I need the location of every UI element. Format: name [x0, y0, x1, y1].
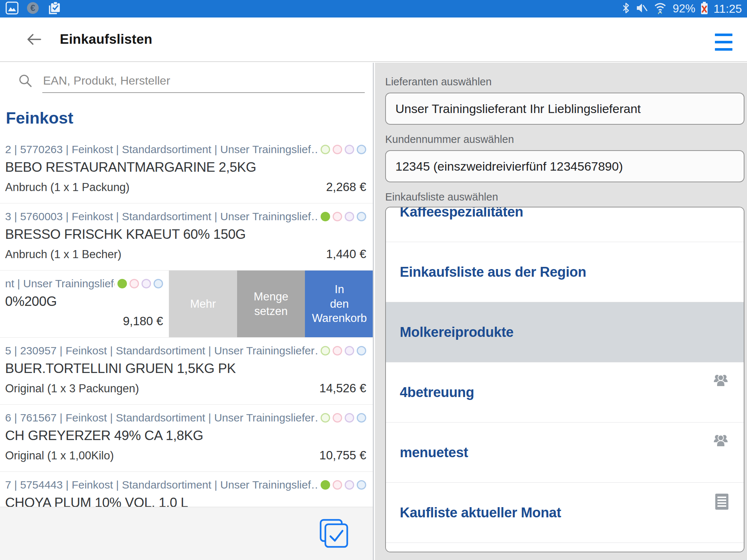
product-meta: 7 | 5754443 | Feinkost | Standardsortime…: [5, 479, 318, 491]
document-icon: [713, 552, 728, 552]
euro-badge-icon: €: [26, 1, 39, 16]
shopping-list-label: Einkaufsliste auswählen: [385, 191, 747, 203]
battery-x-icon: [700, 1, 708, 16]
customer-number-value: 12345 (einszweidreivierfünf 1234567890): [395, 159, 623, 174]
status-system-icons: 92% 11:25: [622, 1, 742, 16]
purple-status-dot: [345, 480, 354, 490]
clipboard-check-icon: [47, 0, 62, 17]
availability-dots: [321, 145, 366, 154]
availability-dots: [321, 480, 366, 490]
product-name: BUER.TORTELLINI GRUEN 1,5KG PK: [5, 361, 366, 376]
document-icon: [715, 493, 729, 512]
product-name: BRESSO FRISCHK KRAEUT 60% 150G: [5, 227, 366, 242]
product-row[interactable]: 2 | 5770263 | Feinkost | Standardsortime…: [0, 136, 373, 203]
bottom-action-bar: [0, 507, 373, 560]
shopping-list-picker: KaffeespezialitätenEinkaufsliste aus der…: [385, 207, 744, 552]
battery-percent: 92%: [673, 2, 695, 15]
product-name: 0%200G: [5, 294, 163, 309]
blue-status-dot: [357, 413, 366, 423]
blue-status-dot: [357, 212, 366, 221]
app-bar: Einkaufslisten: [0, 18, 747, 62]
purple-status-dot: [345, 212, 354, 221]
search-icon: [18, 74, 33, 88]
shopping-list-name: Einkaufsliste aus der Region: [400, 264, 586, 280]
swipe-action-mehr[interactable]: Mehr: [169, 271, 237, 337]
page-title: Einkaufslisten: [60, 32, 152, 47]
search-bar: [0, 63, 373, 99]
blue-status-dot: [357, 480, 366, 490]
supplier-label: Lieferanten auswählen: [385, 76, 747, 88]
multi-select-check-icon: [320, 519, 349, 548]
product-row[interactable]: 6 | 761567 | Feinkost | Standardsortimen…: [0, 405, 373, 472]
hamburger-bar: [715, 48, 732, 51]
pink-status-dot: [333, 480, 342, 490]
product-unit: Original (1 x 3 Packungen): [5, 382, 315, 395]
status-notification-icons: €: [5, 0, 62, 17]
product-row-main: nt | Unser Trainingsliefer…0%200G9,180 €: [0, 271, 169, 337]
product-row-main: 2 | 5770263 | Feinkost | Standardsortime…: [0, 136, 373, 203]
pink-status-dot: [333, 145, 342, 154]
volume-muted-icon: [635, 2, 648, 16]
shopping-list-item-einkaufsliste-aus-der-region[interactable]: Einkaufsliste aus der Region: [386, 242, 744, 302]
purple-status-dot: [345, 145, 354, 154]
supplier-select[interactable]: Unser Trainingslieferant Ihr Lieblingsli…: [385, 93, 744, 125]
shopping-list-item-menuetest[interactable]: menuetest: [386, 423, 744, 483]
blue-status-dot: [357, 346, 366, 355]
availability-dots: [321, 346, 366, 355]
pink-status-dot: [333, 212, 342, 221]
shopping-list-name: Molkereiprodukte: [400, 324, 514, 340]
hamburger-bar: [715, 41, 732, 43]
green-status-dot: [321, 212, 330, 221]
green-status-dot: [117, 279, 127, 288]
search-input[interactable]: [42, 69, 365, 93]
pink-status-dot: [333, 346, 342, 355]
blue-status-dot: [154, 279, 163, 288]
shopping-list-item-kaffeespezialitäten[interactable]: Kaffeespezialitäten: [386, 207, 744, 242]
shopping-list-name: menuetest: [400, 445, 468, 460]
bluetooth-icon: [622, 2, 630, 16]
product-unit: Anbruch (1 x 1 Becher): [5, 248, 322, 261]
shopping-list-item-molkereiprodukte[interactable]: Molkereiprodukte: [386, 302, 744, 362]
purple-status-dot: [142, 279, 151, 288]
product-row-main: 6 | 761567 | Feinkost | Standardsortimen…: [0, 405, 373, 471]
shopping-list-item-partial[interactable]: [386, 543, 744, 552]
hamburger-bar: [715, 34, 732, 36]
product-price: 1,440 €: [326, 247, 366, 261]
swipe-action-in-den-warenkorb[interactable]: IndenWarenkorb: [305, 271, 374, 337]
product-name: BEBO RESTAURANTMARGARINE 2,5KG: [5, 160, 366, 175]
availability-dots: [321, 212, 366, 221]
product-meta: nt | Unser Trainingsliefer…: [5, 277, 115, 290]
product-unit: Anbruch (1 x 1 Packung): [5, 181, 322, 194]
product-name: CH GREYERZER 49% CA 1,8KG: [5, 428, 366, 443]
purple-status-dot: [345, 346, 354, 355]
app-screen: €: [0, 0, 747, 560]
multi-select-button[interactable]: [320, 519, 349, 548]
photo-icon: [5, 1, 19, 16]
group-icon: [712, 373, 729, 389]
shopping-list-name: Kaffeespezialitäten: [400, 207, 523, 220]
wifi-icon: [653, 1, 667, 16]
customer-number-select[interactable]: 12345 (einszweidreivierfünf 1234567890): [385, 150, 744, 182]
shopping-list-item-kaufliste-aktueller-monat[interactable]: Kaufliste aktueller Monat: [386, 483, 744, 543]
green-status-dot: [321, 413, 330, 423]
back-button[interactable]: [23, 28, 44, 50]
product-price: 14,526 €: [320, 381, 366, 395]
product-unit: Original (1 x 1,00Kilo): [5, 449, 315, 462]
product-price: 2,268 €: [326, 180, 366, 194]
product-row[interactable]: 5 | 230957 | Feinkost | Standardsortimen…: [0, 338, 373, 405]
category-header: Feinkost: [0, 99, 373, 136]
product-price: 10,755 €: [320, 448, 366, 462]
availability-dots: [117, 279, 163, 288]
shopping-list-item-4betreuung[interactable]: 4betreuung: [386, 362, 744, 423]
product-meta: 6 | 761567 | Feinkost | Standardsortimen…: [5, 412, 318, 424]
customer-number-label: Kundennummer auswählen: [385, 133, 747, 145]
green-status-dot: [321, 346, 330, 355]
product-row-main: 3 | 5760003 | Feinkost | Standardsortime…: [0, 203, 373, 270]
product-row-main: 5 | 230957 | Feinkost | Standardsortimen…: [0, 338, 373, 404]
product-row[interactable]: nt | Unser Trainingsliefer…0%200G9,180 €…: [0, 271, 373, 338]
swipe-actions: MehrMengesetzenIndenWarenkorb: [169, 271, 374, 337]
product-row[interactable]: 3 | 5760003 | Feinkost | Standardsortime…: [0, 203, 373, 271]
product-price: 9,180 €: [123, 314, 163, 328]
hamburger-menu-button[interactable]: [715, 34, 732, 51]
swipe-action-menge-setzen[interactable]: Mengesetzen: [237, 271, 305, 337]
